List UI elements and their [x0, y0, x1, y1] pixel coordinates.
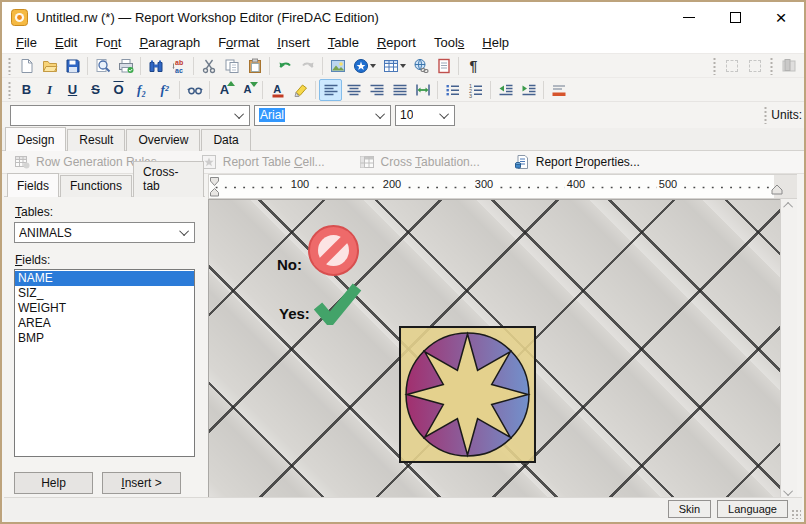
align-justify-button[interactable] — [388, 79, 411, 101]
open-button[interactable] — [38, 55, 61, 77]
menu-edit[interactable]: Edit — [46, 34, 86, 51]
font-color-button[interactable]: A — [266, 79, 289, 101]
field-item-name[interactable]: NAME — [15, 271, 194, 286]
field-item-area[interactable]: AREA — [15, 316, 194, 331]
font-combo-dropdown[interactable] — [373, 112, 390, 119]
fit-width-button[interactable] — [411, 79, 434, 101]
overline-button[interactable]: O — [107, 79, 130, 101]
style-combo[interactable] — [10, 105, 250, 126]
font-size-combo-dropdown[interactable] — [437, 112, 454, 119]
copy-button[interactable] — [220, 55, 243, 77]
decrease-indent-button[interactable] — [494, 79, 517, 101]
document-canvas[interactable]: No: Yes: — [208, 199, 797, 499]
close-button[interactable]: × — [758, 2, 804, 32]
hyperlink-button[interactable] — [409, 55, 432, 77]
show-paragraph-marks-button[interactable]: ¶ — [462, 55, 485, 77]
menu-report[interactable]: Report — [368, 34, 425, 51]
replace-button[interactable]: abac — [167, 55, 190, 77]
increase-indent-button[interactable] — [517, 79, 540, 101]
cut-button[interactable] — [197, 55, 220, 77]
scroll-down-icon[interactable] — [783, 486, 793, 496]
right-indent-marker[interactable] — [771, 184, 783, 196]
superscript-button[interactable]: f² — [153, 79, 176, 101]
numbered-list-button[interactable]: 123 — [464, 79, 487, 101]
tab-data[interactable]: Data — [201, 129, 250, 151]
field-item-bmp[interactable]: BMP — [15, 331, 194, 346]
minimize-button[interactable] — [666, 2, 712, 32]
print-preview-button[interactable] — [91, 55, 114, 77]
checkmark-icon[interactable] — [313, 283, 362, 325]
subscript-button[interactable]: f₂ — [130, 79, 153, 101]
menu-file[interactable]: File — [7, 34, 46, 51]
toolbar-grip[interactable] — [7, 57, 12, 75]
language-button[interactable]: Language — [717, 500, 788, 518]
menu-font[interactable]: Font — [86, 34, 130, 51]
font-combo[interactable]: Arial — [254, 105, 391, 126]
align-right-button[interactable] — [365, 79, 388, 101]
find-button[interactable] — [144, 55, 167, 77]
undo-button[interactable] — [273, 55, 296, 77]
align-left-button[interactable] — [319, 79, 342, 101]
hidden-text-button[interactable] — [183, 79, 206, 101]
no-text[interactable]: No: — [277, 256, 302, 273]
cross-tabulation-button[interactable]: Cross Tabulation... — [359, 154, 480, 170]
tab-functions[interactable]: Functions — [60, 175, 132, 197]
paste-special-button[interactable] — [432, 55, 455, 77]
align-center-button[interactable] — [342, 79, 365, 101]
grow-font-button[interactable]: A — [213, 79, 236, 101]
bold-button[interactable]: B — [15, 79, 38, 101]
tab-fields[interactable]: Fields — [7, 173, 59, 197]
field-item-siz[interactable]: SIZ_ — [15, 286, 194, 301]
new-document-button[interactable] — [15, 55, 38, 77]
shrink-font-button[interactable]: A — [236, 79, 259, 101]
field-item-weight[interactable]: WEIGHT — [15, 301, 194, 316]
tables-combo[interactable]: ANIMALS — [14, 222, 195, 243]
tab-result[interactable]: Result — [67, 129, 125, 151]
menu-insert[interactable]: Insert — [268, 34, 319, 51]
prohibition-icon[interactable] — [307, 224, 360, 277]
vertical-scrollbar[interactable] — [780, 199, 797, 499]
underline-button[interactable]: U — [61, 79, 84, 101]
paste-button[interactable] — [243, 55, 266, 77]
menu-format[interactable]: Format — [209, 34, 268, 51]
insert-table-button[interactable] — [379, 55, 409, 77]
tables-combo-dropdown[interactable] — [177, 229, 194, 236]
toolbar-grip[interactable] — [769, 57, 774, 75]
report-table-cell-button[interactable]: Report Table Cell... — [201, 154, 325, 170]
italic-button[interactable]: I — [38, 79, 61, 101]
paragraph-border-button[interactable] — [547, 79, 570, 101]
highlight-button[interactable] — [289, 79, 312, 101]
menu-help[interactable]: Help — [473, 34, 518, 51]
star-image[interactable] — [399, 326, 536, 463]
toolbar-grip[interactable] — [763, 106, 768, 124]
menu-paragraph[interactable]: Paragraph — [130, 34, 209, 51]
text-frame-button[interactable] — [720, 55, 743, 77]
report-properties-button[interactable]: Report Properties... — [514, 154, 640, 170]
resize-grip[interactable] — [791, 509, 801, 519]
insert-symbol-button[interactable] — [349, 55, 379, 77]
redo-button[interactable] — [296, 55, 319, 77]
menu-tools[interactable]: Tools — [425, 34, 473, 51]
scroll-up-icon[interactable] — [783, 202, 793, 212]
bullet-list-button[interactable] — [441, 79, 464, 101]
save-button[interactable] — [61, 55, 84, 77]
toolbar-grip[interactable] — [7, 81, 12, 99]
font-size-combo[interactable]: 10 — [395, 105, 455, 126]
help-button[interactable]: Help — [14, 472, 93, 494]
fields-listbox[interactable]: NAME SIZ_ WEIGHT AREA BMP — [14, 269, 195, 457]
insert-image-button[interactable] — [326, 55, 349, 77]
toolbar-grip[interactable] — [712, 57, 717, 75]
yes-text[interactable]: Yes: — [279, 305, 310, 322]
maximize-button[interactable] — [712, 2, 758, 32]
float-column-button[interactable] — [777, 55, 800, 77]
tab-cross-tab[interactable]: Cross-tab — [133, 161, 204, 197]
style-combo-dropdown[interactable] — [232, 112, 249, 119]
skin-button[interactable]: Skin — [668, 500, 711, 518]
text-box-button[interactable] — [743, 55, 766, 77]
insert-field-button[interactable]: Insert > — [102, 472, 181, 494]
left-indent-marker[interactable] — [209, 176, 220, 198]
print-button[interactable] — [114, 55, 137, 77]
strikethrough-button[interactable]: S — [84, 79, 107, 101]
tab-overview[interactable]: Overview — [126, 129, 200, 151]
menu-table[interactable]: Table — [319, 34, 368, 51]
